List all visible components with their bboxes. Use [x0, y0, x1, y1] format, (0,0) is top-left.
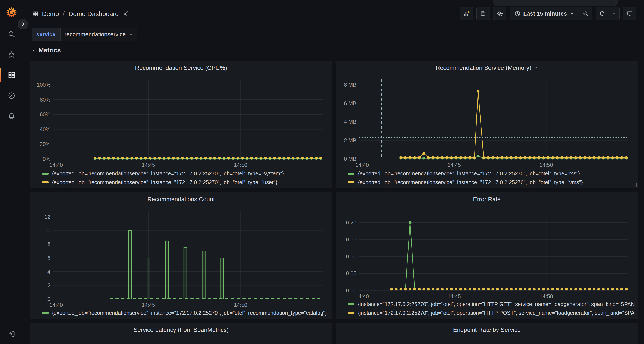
- data-point[interactable]: [528, 288, 531, 290]
- legend-item[interactable]: {exported_job="recommendationservice", i…: [42, 169, 329, 178]
- grafana-logo[interactable]: [6, 6, 17, 18]
- data-point[interactable]: [315, 157, 318, 160]
- data-point[interactable]: [250, 157, 253, 160]
- data-point[interactable]: [278, 157, 281, 160]
- data-point[interactable]: [602, 156, 605, 159]
- sidebar-expand-button[interactable]: [18, 19, 28, 29]
- data-point[interactable]: [112, 157, 115, 160]
- data-point[interactable]: [422, 152, 425, 155]
- data-point[interactable]: [598, 288, 600, 290]
- data-point[interactable]: [501, 288, 504, 290]
- data-point[interactable]: [574, 156, 577, 159]
- data-point[interactable]: [149, 157, 152, 160]
- panel-title[interactable]: Recommendations Count: [33, 193, 329, 205]
- panel-title[interactable]: Endpoint Rate by Service: [339, 324, 634, 336]
- data-point[interactable]: [195, 157, 198, 160]
- data-point[interactable]: [287, 157, 290, 160]
- data-point[interactable]: [574, 288, 577, 290]
- data-point[interactable]: [320, 157, 322, 160]
- data-point[interactable]: [538, 288, 540, 290]
- data-point[interactable]: [616, 156, 618, 159]
- kiosk-mode-button[interactable]: [623, 7, 636, 20]
- breadcrumb-current[interactable]: Demo Dashboard: [68, 10, 118, 17]
- save-dashboard-button[interactable]: [476, 7, 490, 20]
- data-point[interactable]: [162, 157, 166, 160]
- data-point[interactable]: [514, 156, 517, 159]
- data-point[interactable]: [427, 156, 430, 159]
- data-point[interactable]: [255, 157, 258, 160]
- variable-value-dropdown[interactable]: recommendationservice: [60, 28, 138, 41]
- data-point[interactable]: [565, 156, 568, 159]
- data-point[interactable]: [538, 156, 540, 159]
- data-point[interactable]: [533, 288, 536, 290]
- data-point[interactable]: [103, 157, 106, 160]
- data-point[interactable]: [117, 157, 120, 160]
- data-point[interactable]: [510, 288, 512, 290]
- data-point[interactable]: [236, 157, 239, 160]
- data-point[interactable]: [505, 288, 508, 290]
- data-point[interactable]: [167, 157, 170, 160]
- data-point[interactable]: [482, 156, 485, 159]
- data-point[interactable]: [418, 288, 421, 290]
- bar[interactable]: [147, 258, 150, 299]
- data-point[interactable]: [625, 288, 628, 290]
- data-point[interactable]: [310, 157, 313, 160]
- data-point[interactable]: [496, 156, 499, 159]
- data-point[interactable]: [418, 156, 421, 159]
- data-point[interactable]: [432, 156, 434, 159]
- legend-item[interactable]: {instance="172.17.0.2:25270", job="otel"…: [348, 309, 634, 317]
- data-point[interactable]: [593, 156, 596, 159]
- data-point[interactable]: [232, 157, 234, 160]
- recommendations-count-chart[interactable]: 02468101214:4014:4514:50: [33, 205, 329, 309]
- time-range-picker[interactable]: Last 15 minutes: [510, 7, 579, 20]
- data-point[interactable]: [436, 288, 439, 290]
- data-point[interactable]: [301, 157, 304, 160]
- data-point[interactable]: [616, 288, 618, 290]
- legend-item[interactable]: {exported_job="recommendationservice", i…: [348, 169, 634, 178]
- data-point[interactable]: [579, 288, 582, 290]
- data-point[interactable]: [533, 156, 536, 159]
- panel-menu-chevron-icon[interactable]: [534, 65, 538, 70]
- data-point[interactable]: [450, 288, 453, 290]
- data-point[interactable]: [584, 288, 586, 290]
- data-point[interactable]: [135, 157, 138, 160]
- variable-label[interactable]: service: [32, 28, 60, 41]
- data-point[interactable]: [556, 156, 559, 159]
- memory-chart[interactable]: 0 MB2 MB4 MB6 MB8 MB14:4014:4514:50: [339, 74, 634, 169]
- panel-resize-handle[interactable]: [632, 183, 637, 187]
- panel-title[interactable]: Error Rate: [339, 193, 634, 205]
- data-point[interactable]: [478, 288, 480, 290]
- data-point[interactable]: [487, 288, 490, 290]
- data-point[interactable]: [399, 156, 402, 159]
- data-point[interactable]: [269, 157, 272, 160]
- data-point[interactable]: [292, 157, 294, 160]
- sidebar-item-dashboards[interactable]: [0, 68, 23, 82]
- data-point[interactable]: [422, 157, 425, 160]
- data-point[interactable]: [264, 157, 267, 160]
- data-point[interactable]: [547, 288, 550, 290]
- data-point[interactable]: [547, 156, 550, 159]
- data-point[interactable]: [432, 288, 434, 290]
- data-point[interactable]: [404, 156, 407, 159]
- data-point[interactable]: [620, 156, 623, 159]
- data-point[interactable]: [190, 157, 193, 160]
- data-point[interactable]: [241, 157, 244, 160]
- data-point[interactable]: [404, 288, 407, 290]
- data-point[interactable]: [625, 156, 628, 159]
- sidebar-item-alerting[interactable]: [0, 109, 23, 123]
- data-point[interactable]: [579, 156, 582, 159]
- data-point[interactable]: [399, 288, 402, 290]
- panel-title[interactable]: Recommendation Service (CPU%): [33, 62, 329, 74]
- data-point[interactable]: [408, 288, 411, 290]
- error-rate-chart[interactable]: 0.000.050.100.150.2014:4014:4514:50: [339, 205, 634, 300]
- data-point[interactable]: [94, 157, 96, 160]
- zoom-out-time-button[interactable]: [579, 7, 592, 20]
- data-point[interactable]: [395, 288, 398, 290]
- data-point[interactable]: [551, 288, 554, 290]
- data-point[interactable]: [209, 157, 212, 160]
- data-point[interactable]: [459, 288, 462, 290]
- legend-item[interactable]: {exported_job="recommendationservice", i…: [42, 178, 329, 187]
- data-point[interactable]: [598, 156, 600, 159]
- data-point[interactable]: [602, 288, 605, 290]
- dashboard-settings-button[interactable]: [493, 7, 506, 20]
